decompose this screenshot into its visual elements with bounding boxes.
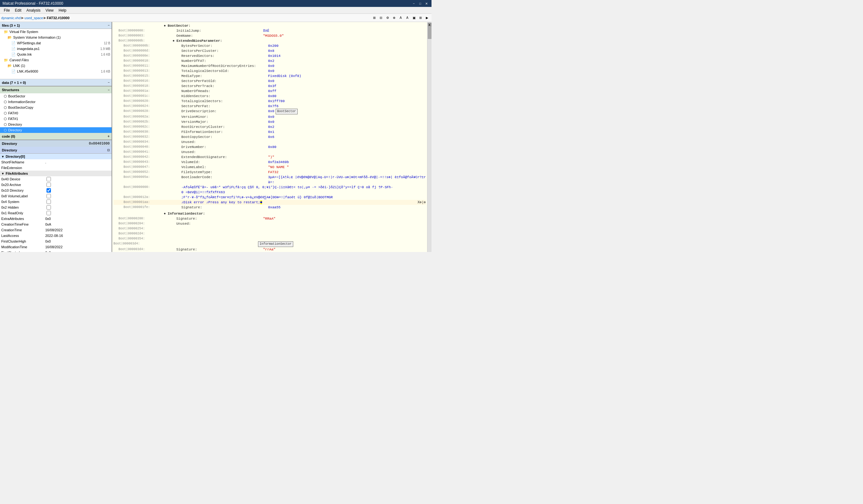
attr-hidden-checkbox[interactable] [47,205,51,210]
key-dd: DriveDescription: [174,109,268,114]
folder-icon: 📁 [4,30,8,34]
code-add-btn[interactable]: + [108,134,110,139]
wp-settings-label: WPSettings.dat [17,41,41,45]
dir-shortfilename[interactable]: ShortFileName . [0,159,112,165]
drivenumber-row: Boot|00000040: DriveNumber: 0x80 [113,144,426,150]
addr-icon-2[interactable]: ⊟ [378,15,384,21]
dir-creationtime[interactable]: CreationTime 16/08/2022 [0,227,112,233]
imagedata-size: 1.9 MB [100,47,110,51]
struct-fat1[interactable]: ⬡ FAT#1 [0,116,112,122]
key-noh: NumberOfHeads: [174,89,268,93]
attr-volumelabel[interactable]: 0x8 VolumeLabel [0,193,112,199]
attr-system[interactable]: 0x4 System [0,199,112,204]
lnk-file-item[interactable]: 📄 LNK.#5e9000 1.6 KB [0,68,112,74]
attr-device[interactable]: 0x40 Device [0,176,112,182]
struct-bootsectorcopy[interactable]: ⬡ BootSectorCopy [0,105,112,110]
attr-archive[interactable]: 0x20 Archive [0,182,112,188]
is-sig1-row: Boot|00000200: Signature: "RRaA" [113,216,426,221]
dir-creationtimefine[interactable]: CreationTimeFine 0xA [0,222,112,227]
scroll-thumb[interactable] [428,26,432,39]
attr-readonly[interactable]: 0x1 ReadOnly [0,210,112,216]
extendedbios-header-row: Boot|0000000b: ● ExtendedBiosParameter: [113,38,426,43]
scroll-up-btn[interactable]: ▲ [428,23,432,26]
dir-tree-header: Directory ⊡ [0,147,112,154]
totalsectorsold-row: Boot|00000013: TotalLogicalSectorsOld: 0… [113,68,426,74]
struct-directory-2[interactable]: ⬡ Directory [0,127,112,133]
struct-icon: ⬡ [4,105,7,110]
attr-volumelabel-checkbox[interactable] [47,194,51,198]
system-volume-item[interactable]: 📂 System Volume Information (1) [0,35,112,40]
addr-icon-9[interactable]: ▶ [424,15,430,21]
right-scrollbar[interactable]: ▲ ▼ U- [427,22,432,252]
attr-directory-checkbox[interactable] [47,188,51,193]
addr-hs: Boot|0000001c: [124,93,174,99]
data-collapse-btn[interactable]: − [108,81,110,84]
arrow1-icon: ▶ [21,16,24,20]
structures-collapse-btn[interactable]: − [108,88,110,92]
addr-icon-7[interactable]: ▣ [411,15,417,21]
addr-icon-3[interactable]: ⚙ [384,15,391,21]
menu-analysis[interactable]: Analysis [24,8,43,13]
struct-bootsector[interactable]: ⬡ BootSector [0,93,112,99]
maximize-button[interactable]: □ [418,1,423,6]
struct-icon: ⬡ [4,111,7,115]
dir-fileext[interactable]: FileExtension [0,165,112,171]
struct-fat0[interactable]: ⬡ FAT#0 [0,110,112,116]
maxroot-row: Boot|00000011: MaximumNumberOfRootDirect… [113,63,426,68]
attr-directory[interactable]: 0x10 Directory [0,188,112,193]
attr-device-checkbox[interactable] [47,177,51,181]
addr-icon-4[interactable]: ⊕ [391,15,397,21]
files-collapse-btn[interactable]: − [108,24,110,27]
bootsector-badge[interactable]: BootSector [276,109,298,114]
addr-icon-1[interactable]: ⊞ [371,15,377,21]
menu-help[interactable]: Help [56,8,69,13]
attr-system-checkbox[interactable] [47,200,51,204]
infosector-badge[interactable]: InformationSector [258,241,293,247]
is-sig2-row: Boot|000003d4: Signature: "rrAa" [113,247,426,252]
key-maxroot: MaximumNumberOfRootDirectoryEntries: [174,63,268,68]
dir-item-0[interactable]: ▼ Directory[0] [0,154,112,159]
vfs-item[interactable]: 📁 Virtual File System [0,29,112,35]
imagedata-item[interactable]: 📄 imagedata.ps1 1.9 MB [0,46,112,52]
dir-firstclusterlow[interactable]: FirstClusterLow 0x3 [0,250,112,252]
addr-mt: Boot|00000015: [124,74,174,78]
attr-readonly-checkbox[interactable] [47,211,51,215]
close-button[interactable]: ✕ [424,1,429,6]
breadcrumb-partition[interactable]: used_space [25,16,43,20]
titlebar-controls: − □ ✕ [411,1,429,6]
hiddensectors-row: Boot|0000001c: HiddenSectors: 0x80 [113,93,426,99]
quote-item[interactable]: 📄 Quote.lnk 1.6 KB [0,52,112,57]
dir-fileattr[interactable]: ▼ FileAttributes [0,171,112,176]
breadcrumb-file[interactable]: dynamic.vhd [1,16,21,20]
rootdircluster-row: Boot|0000002c: RootDirectoryCluster: 0x2 [113,124,426,129]
addr-icon-8[interactable]: ⊞ [417,15,424,21]
dir-modtime[interactable]: ModificationTime 16/08/2022 [0,244,112,250]
struct-infosector[interactable]: ⬡ InformationSector [0,99,112,105]
minimize-button[interactable]: − [411,1,416,6]
menu-file[interactable]: File [1,8,12,13]
addr-icon-5[interactable]: A [398,15,404,21]
val-spt: 0x3f [268,84,276,89]
wp-settings-item[interactable]: 📄 WPSettings.dat 12 B [0,40,112,46]
dir-lastaccess[interactable]: LastAccess 2022-08-16 [0,233,112,239]
key-rdc: RootDirectoryCluster: [174,124,268,129]
menu-edit[interactable]: Edit [12,8,24,13]
drivedesc-row: Boot|00000028: DriveDescription: 0x0 Boo… [113,109,426,114]
menu-view[interactable]: View [43,8,56,13]
attr-hidden[interactable]: 0x2 Hidden [0,204,112,210]
bootsector-header-row: ● BootSector: [113,23,426,28]
dir-firstclusterhigh[interactable]: FirstClusterHigh 0x0 [0,239,112,244]
wp-settings-size: 12 B [104,41,110,45]
struct-directory-1[interactable]: ⬡ Directory [0,122,112,127]
key-spt: SectorsPerTrack: [174,84,268,89]
lnk-item[interactable]: 📂 LNK (1) [0,63,112,68]
dir-extraattr[interactable]: ExtraAttributes 0x0 [0,216,112,222]
code-section-header: code (0) + [0,133,112,140]
addr-bl3: Boot|0000012a: [124,195,174,200]
dir-tree-scroll-btn[interactable]: ⊡ [107,148,110,152]
addr-vmaj: Boot|0000002b: [124,119,174,124]
addr-icon-6[interactable]: A [404,15,411,21]
struct-icon: ⬡ [4,128,7,132]
carved-files-item[interactable]: 📁 Carved Files [0,57,112,63]
attr-archive-checkbox[interactable] [47,182,51,187]
